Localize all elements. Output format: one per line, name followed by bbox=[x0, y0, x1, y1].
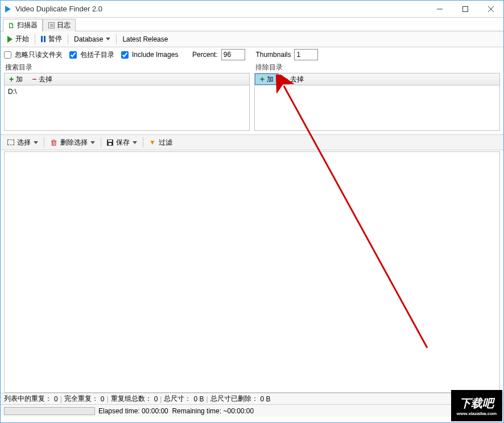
pause-label: 暂停 bbox=[48, 34, 62, 44]
save-label: 保存 bbox=[116, 138, 130, 147]
select-label: 选择 bbox=[17, 138, 31, 147]
exclude-dirs-title: 排除目录 bbox=[254, 62, 500, 73]
exclude-dirs-panel: 排除目录 + 加 − 去掉 bbox=[254, 62, 500, 131]
tab-strip: 🗋 扫描器 日志 bbox=[1, 18, 503, 31]
start-label: 开始 bbox=[15, 34, 29, 44]
chevron-down-icon bbox=[133, 141, 137, 144]
results-toolbar: 选择 🗑 删除选择 保存 ▼ 过滤 bbox=[1, 134, 503, 150]
thumbnails-label: Thumbnails bbox=[255, 51, 291, 59]
log-icon bbox=[48, 22, 55, 29]
status-bar-time: Elapsed time: 00:00:00 Remaining time: ~… bbox=[1, 404, 503, 417]
pause-button[interactable]: 暂停 bbox=[36, 32, 67, 46]
percent-input[interactable] bbox=[221, 49, 245, 60]
delete-selection-dropdown[interactable]: 🗑 删除选择 bbox=[46, 135, 100, 149]
tab-scanner-label: 扫描器 bbox=[17, 20, 38, 30]
plus-icon: + bbox=[9, 75, 14, 84]
database-dropdown[interactable]: Database bbox=[69, 32, 115, 46]
separator bbox=[143, 137, 143, 147]
remaining-time: Remaining time: ~00:00:00 bbox=[172, 407, 254, 415]
title-bar: Video Duplicate Finder 2.0 bbox=[1, 1, 503, 18]
scan-icon: 🗋 bbox=[8, 22, 15, 29]
separator bbox=[44, 137, 44, 147]
search-dirs-title: 搜索目录 bbox=[4, 62, 250, 73]
group-count-value: 0 bbox=[154, 395, 158, 403]
tab-log[interactable]: 日志 bbox=[43, 19, 76, 31]
exclude-add-button[interactable]: + 加 bbox=[255, 73, 279, 85]
main-toolbar: 开始 暂停 Database Latest Release bbox=[1, 31, 503, 47]
select-icon bbox=[7, 139, 14, 145]
list-item[interactable]: D:\ bbox=[8, 88, 246, 96]
watermark: 下载吧 www.xiazaiba.com bbox=[451, 390, 502, 421]
include-images-checkbox[interactable] bbox=[121, 51, 129, 59]
ignore-readonly-label: 忽略只读文件夹 bbox=[15, 50, 63, 60]
thumbnails-input[interactable] bbox=[294, 49, 318, 60]
search-dirs-panel: 搜索目录 + 加 − 去掉 D:\ bbox=[4, 62, 250, 131]
window-title: Video Duplicate Finder 2.0 bbox=[15, 5, 427, 13]
watermark-url: www.xiazaiba.com bbox=[457, 411, 497, 416]
deleted-size-value: 0 B bbox=[261, 395, 271, 403]
full-dup-label: 完全重复： bbox=[64, 394, 98, 404]
maximize-button[interactable] bbox=[452, 1, 478, 17]
progress-bar bbox=[4, 407, 95, 415]
minimize-button[interactable] bbox=[427, 1, 452, 17]
database-label: Database bbox=[74, 35, 103, 43]
list-dup-label: 列表中的重复： bbox=[4, 394, 52, 404]
pause-icon bbox=[41, 36, 46, 42]
app-icon bbox=[5, 6, 11, 13]
play-icon bbox=[7, 36, 13, 43]
select-dropdown[interactable]: 选择 bbox=[3, 135, 43, 149]
exclude-remove-button[interactable]: − 去掉 bbox=[279, 73, 308, 85]
include-subdirs-checkbox[interactable] bbox=[69, 51, 77, 59]
filter-icon: ▼ bbox=[149, 138, 156, 146]
save-icon bbox=[107, 139, 113, 146]
results-area[interactable] bbox=[4, 151, 500, 393]
separator bbox=[68, 34, 68, 44]
chevron-down-icon bbox=[90, 141, 95, 144]
tab-log-label: 日志 bbox=[57, 20, 71, 30]
total-size-value: 0 B bbox=[193, 395, 204, 403]
full-dup-value: 0 bbox=[101, 395, 105, 403]
search-remove-label: 去掉 bbox=[39, 75, 52, 84]
save-dropdown[interactable]: 保存 bbox=[102, 135, 142, 149]
include-images-label: Include Images bbox=[132, 51, 178, 59]
filter-label: 过滤 bbox=[159, 138, 172, 147]
latest-release-button[interactable]: Latest Release bbox=[118, 32, 172, 46]
search-remove-button[interactable]: − 去掉 bbox=[27, 73, 57, 85]
filter-button[interactable]: ▼ 过滤 bbox=[144, 135, 177, 149]
search-dirs-toolbar: + 加 − 去掉 bbox=[4, 73, 250, 85]
exclude-add-label: 加 bbox=[267, 75, 274, 84]
watermark-text: 下载吧 bbox=[460, 396, 494, 411]
start-button[interactable]: 开始 bbox=[3, 32, 34, 46]
close-button[interactable] bbox=[478, 1, 503, 17]
total-size-label: 总尺寸： bbox=[164, 394, 191, 404]
plus-icon: + bbox=[260, 75, 265, 84]
status-bar-counts: 列表中的重复： 0 | 完全重复： 0 | 重复组总数： 0 | 总尺寸： 0 … bbox=[1, 393, 503, 404]
separator bbox=[116, 34, 117, 44]
group-count-label: 重复组总数： bbox=[111, 394, 152, 404]
chevron-down-icon bbox=[106, 38, 110, 40]
latest-release-label: Latest Release bbox=[122, 35, 168, 43]
minus-icon: − bbox=[283, 75, 288, 84]
search-add-button[interactable]: + 加 bbox=[5, 73, 27, 85]
directory-panels: 搜索目录 + 加 − 去掉 D:\ 排除目录 + 加 − 去掉 bbox=[1, 62, 503, 131]
separator bbox=[101, 137, 101, 147]
elapsed-time: Elapsed time: 00:00:00 bbox=[98, 407, 168, 415]
svg-rect-1 bbox=[462, 6, 468, 11]
ignore-readonly-checkbox[interactable] bbox=[4, 51, 11, 59]
tab-scanner[interactable]: 🗋 扫描器 bbox=[3, 19, 43, 31]
search-dirs-list[interactable]: D:\ bbox=[4, 85, 250, 131]
delete-selection-label: 删除选择 bbox=[60, 138, 88, 147]
exclude-dirs-list[interactable] bbox=[254, 85, 500, 131]
minus-icon: − bbox=[32, 75, 36, 84]
exclude-dirs-toolbar: + 加 − 去掉 bbox=[254, 73, 500, 85]
deleted-size-label: 总尺寸已删除： bbox=[210, 394, 258, 404]
separator bbox=[35, 34, 35, 44]
list-dup-value: 0 bbox=[54, 395, 58, 403]
percent-label: Percent: bbox=[192, 51, 218, 59]
exclude-remove-label: 去掉 bbox=[290, 75, 304, 84]
options-row: 忽略只读文件夹 包括子目录 Include Images Percent: Th… bbox=[1, 47, 503, 62]
include-subdirs-label: 包括子目录 bbox=[80, 50, 114, 60]
chevron-down-icon bbox=[34, 141, 38, 144]
search-add-label: 加 bbox=[16, 75, 23, 84]
trash-icon: 🗑 bbox=[50, 138, 57, 147]
